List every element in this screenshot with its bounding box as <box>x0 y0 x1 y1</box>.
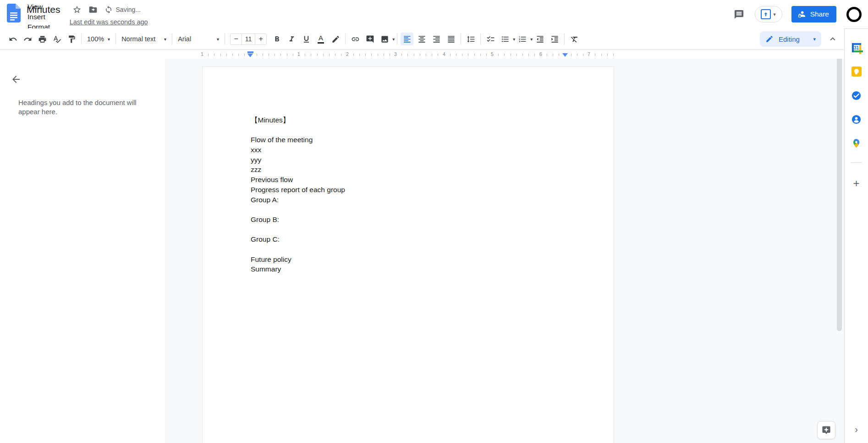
show-side-panel-button[interactable]: › <box>851 423 863 435</box>
present-icon <box>761 9 771 19</box>
toolbar-divider <box>461 33 461 44</box>
highlight-color-button[interactable] <box>329 33 342 45</box>
text-color-button[interactable]: A <box>314 33 327 45</box>
menu-item[interactable]: Insert <box>24 12 58 22</box>
spelling-grammar-check-button[interactable] <box>50 33 63 45</box>
move-to-folder-icon[interactable] <box>88 5 98 14</box>
insert-link-button[interactable] <box>349 33 362 45</box>
first-line-indent-marker[interactable] <box>247 51 253 53</box>
document-text-line[interactable]: Group B: <box>251 215 614 225</box>
toolbar-divider <box>397 33 397 44</box>
document-text-line[interactable]: xxx <box>251 145 614 155</box>
document-text-line[interactable] <box>251 125 614 135</box>
bold-button[interactable] <box>270 33 283 45</box>
chevron-down-icon: ▾ <box>108 37 110 42</box>
hide-menus-button[interactable] <box>826 32 840 46</box>
comment-icon <box>734 9 744 20</box>
close-outline-button[interactable] <box>8 72 24 87</box>
google-calendar-icon[interactable]: 31 <box>851 42 863 54</box>
chevron-down-icon: ▾ <box>164 37 166 42</box>
decrease-indent-button[interactable] <box>533 33 546 45</box>
get-add-ons-button[interactable]: + <box>851 177 863 189</box>
toolbar-divider <box>480 33 481 44</box>
ruler-number: 1 <box>296 51 302 57</box>
pencil-icon <box>765 35 774 43</box>
document-text-line[interactable]: yyy <box>251 155 614 165</box>
presentation-mode-button[interactable]: ▾ <box>755 6 782 22</box>
increase-indent-button[interactable] <box>548 33 561 45</box>
clear-formatting-button[interactable] <box>568 33 581 45</box>
document-text-line[interactable]: Summary <box>251 264 614 274</box>
google-maps-icon[interactable] <box>851 137 863 149</box>
paint-format-button[interactable] <box>65 33 78 45</box>
numbered-list-button[interactable] <box>516 33 529 45</box>
document-text-line[interactable] <box>251 205 614 215</box>
document-text-line[interactable]: Group A: <box>251 195 614 205</box>
insert-image-caret-icon[interactable]: ▾ <box>392 37 395 42</box>
google-contacts-icon[interactable] <box>851 113 863 125</box>
zoom-select[interactable]: 100% ▾ <box>84 33 113 45</box>
document-text-line[interactable]: Future policy <box>251 255 614 265</box>
share-button[interactable]: Share <box>791 6 836 22</box>
decrease-font-size-button[interactable]: − <box>231 34 242 44</box>
present-caret-icon[interactable]: ▾ <box>773 11 776 17</box>
line-spacing-button[interactable] <box>464 33 477 45</box>
toolbar-right: Editing ▾ <box>760 31 840 47</box>
chevron-down-icon: ▾ <box>217 37 219 42</box>
print-button[interactable] <box>36 33 49 45</box>
outline-empty-message: Headings you add to the document will ap… <box>18 98 142 116</box>
last-edit-link[interactable]: Last edit was seconds ago <box>70 18 148 26</box>
numbered-list-caret-icon[interactable]: ▾ <box>530 37 533 42</box>
google-docs-logo-icon[interactable] <box>7 4 21 22</box>
google-keep-icon[interactable] <box>851 66 863 78</box>
document-text-line[interactable]: Previous flow <box>251 175 614 185</box>
document-text-line[interactable]: 【Minutes】 <box>251 115 614 125</box>
document-page[interactable]: 【Minutes】Flow of the meetingxxxyyyzzzPre… <box>202 66 614 443</box>
chevron-right-icon: › <box>855 424 858 435</box>
align-center-button[interactable] <box>415 33 428 45</box>
document-text-line[interactable]: Flow of the meeting <box>251 135 614 145</box>
ruler[interactable]: 11234567 <box>165 50 844 59</box>
underline-button[interactable] <box>300 33 313 45</box>
document-text-line[interactable]: zzz <box>251 165 614 175</box>
insert-image-button[interactable] <box>378 33 391 45</box>
document-text-line[interactable]: Group C: <box>251 234 614 244</box>
document-text-line[interactable] <box>251 225 614 235</box>
font-size-input[interactable]: 11 <box>242 34 255 44</box>
align-left-button[interactable] <box>401 33 413 45</box>
right-indent-marker[interactable] <box>562 53 568 57</box>
justify-button[interactable] <box>445 33 457 45</box>
font-family-value: Arial <box>178 35 191 43</box>
google-tasks-icon[interactable] <box>851 89 863 101</box>
google-side-panel: 31 + › <box>844 28 868 443</box>
explore-button[interactable] <box>817 421 835 439</box>
menu-item[interactable]: View <box>24 2 58 12</box>
left-indent-marker[interactable] <box>247 51 253 57</box>
document-canvas: 【Minutes】Flow of the meetingxxxyyyzzzPre… <box>165 59 844 443</box>
paragraph-style-select[interactable]: Normal text ▾ <box>118 33 170 45</box>
chevron-up-icon <box>828 34 838 44</box>
align-right-button[interactable] <box>430 33 443 45</box>
redo-button[interactable] <box>21 33 34 45</box>
add-comment-button[interactable] <box>363 33 376 45</box>
editing-mode-select[interactable]: Editing ▾ <box>760 31 821 47</box>
side-panel-divider <box>851 162 862 163</box>
document-text-line[interactable] <box>251 244 614 255</box>
star-icon[interactable] <box>72 5 82 14</box>
explore-sparkle-icon <box>821 425 832 436</box>
increase-font-size-button[interactable]: + <box>255 34 266 44</box>
italic-button[interactable] <box>285 33 298 45</box>
bulleted-list-button[interactable] <box>499 33 511 45</box>
undo-button[interactable] <box>6 33 19 45</box>
editing-mode-value: Editing <box>779 35 807 43</box>
menu-bar: FileEditViewInsertFormatToolsAdd-onsHelp… <box>24 17 148 28</box>
document-text-line[interactable]: Progress report of each group <box>251 185 614 195</box>
font-family-select[interactable]: Arial ▾ <box>175 33 222 45</box>
bulleted-list-caret-icon[interactable]: ▾ <box>513 37 515 42</box>
account-avatar[interactable] <box>846 7 862 22</box>
vertical-scrollbar[interactable] <box>837 59 842 331</box>
checklist-button[interactable] <box>484 33 497 45</box>
open-comment-history-button[interactable] <box>730 5 748 23</box>
toolbar-divider <box>564 33 565 44</box>
ruler-number: 7 <box>586 51 592 57</box>
